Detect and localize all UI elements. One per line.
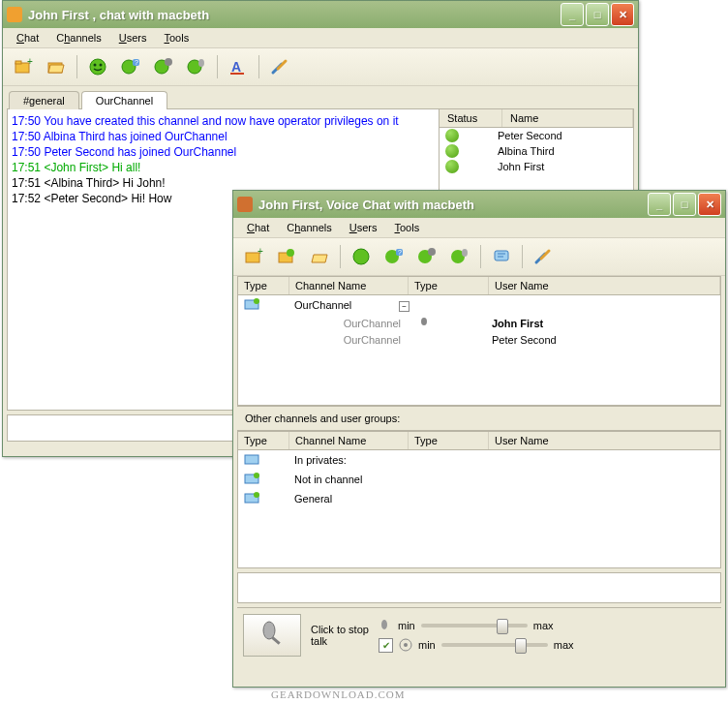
channel-tabs: #general OurChannel [3,90,638,108]
user-row[interactable]: OurChannel John First [238,315,720,332]
user-row[interactable]: Peter Second [440,128,633,143]
tb-settings[interactable] [529,242,558,271]
tb-message[interactable] [487,242,516,271]
tb-open-folder[interactable] [42,52,71,81]
talk-label: Click to stop talk [311,624,369,647]
menu-tools[interactable]: Tools [386,220,427,235]
status-icon [445,144,459,158]
input-slider[interactable] [421,624,528,627]
svg-point-24 [428,248,436,256]
svg-point-30 [421,318,427,325]
output-checkbox[interactable]: ✔ [379,638,393,653]
menu-chat[interactable]: Chat [9,30,46,46]
col-chname[interactable]: Channel Name [289,277,409,294]
group-name: Not in channel [288,473,368,486]
mic-bar: Click to stop talk min max ✔ min max [237,607,721,662]
tb-font[interactable]: A [224,52,253,81]
channel-tree: Type Channel Name Type User Name OurChan… [237,276,721,406]
svg-point-38 [381,620,387,629]
menu-channels[interactable]: Channels [48,30,109,46]
log-line: 17:51 <John First> Hi all! [12,160,435,175]
tb-new-folder[interactable]: + [9,52,38,81]
svg-point-35 [254,492,259,498]
minimize-button[interactable]: _ [561,3,584,26]
voice-log [237,572,721,603]
menu-users[interactable]: Users [342,220,385,235]
svg-point-26 [462,249,468,257]
svg-point-5 [94,64,97,67]
voice-chat-window: John First, Voice Chat with macbeth _ □ … [232,190,726,688]
col-uname[interactable]: User Name [489,432,720,449]
window-title: John First, Voice Chat with macbeth [258,198,648,212]
group-name: In privates: [288,453,352,467]
tb-user-add[interactable] [149,52,178,81]
menu-chat[interactable]: Chat [239,220,277,235]
channel-row[interactable]: OurChannel − [238,295,720,315]
user-row[interactable]: OurChannel Peter Second [238,332,720,348]
menubar: Chat Channels Users Tools [3,28,638,48]
user-row[interactable]: Albina Third [440,143,633,159]
menu-channels[interactable]: Channels [279,220,340,235]
user-name: Peter Second [498,130,562,141]
sub-channel: OurChannel [288,333,407,347]
col-type2[interactable]: Type [409,432,489,449]
tab-general[interactable]: #general [9,91,79,109]
toolbar: + ? [233,238,725,276]
watermark: GEARDOWNLOAD.COM [271,689,406,700]
close-button[interactable]: ✕ [611,3,634,26]
col-name[interactable]: Name [502,109,633,127]
user-row[interactable]: John First [440,159,633,174]
log-line: 17:51 <Albina Third> Hi John! [12,175,435,191]
col-status[interactable]: Status [440,109,502,127]
tb-user-green[interactable] [347,242,376,271]
tb-user-mic[interactable] [445,242,474,271]
svg-text:+: + [27,57,33,67]
col-type2[interactable]: Type [409,277,489,294]
app-icon [237,197,253,212]
titlebar[interactable]: John First , chat with macbeth _ □ ✕ [3,1,638,28]
channel-name: OurChannel [288,298,393,312]
tb-user-help[interactable]: ? [379,242,409,271]
other-channels-label: Other channels and user groups: [237,406,721,431]
status-icon [445,160,459,173]
tb-user-help[interactable]: ? [116,52,145,81]
talk-button[interactable] [243,614,301,657]
group-row[interactable]: Not in channel [238,470,720,489]
output-slider[interactable] [441,643,548,647]
svg-rect-1 [15,61,21,64]
mic-icon [418,317,430,328]
col-type[interactable]: Type [238,277,289,294]
status-icon [445,129,459,142]
tb-new-folder[interactable]: + [239,242,268,271]
menu-tools[interactable]: Tools [156,30,197,46]
group-row[interactable]: General [238,489,720,508]
tab-ourchannel[interactable]: OurChannel [81,91,167,109]
other-channels-tree: Type Channel Name Type User Name In priv… [237,431,721,568]
svg-text:?: ? [398,249,402,256]
group-row[interactable]: In privates: [238,450,720,470]
sub-channel: OurChannel [288,317,407,330]
col-uname[interactable]: User Name [489,277,720,294]
tb-user-gear[interactable] [412,242,441,271]
menu-users[interactable]: Users [111,30,155,46]
maximize-button[interactable]: □ [586,3,609,26]
close-button[interactable]: ✕ [698,193,721,216]
minimize-button[interactable]: _ [648,193,671,216]
svg-point-19 [353,249,369,264]
titlebar[interactable]: John First, Voice Chat with macbeth _ □ … [233,191,725,218]
collapse-toggle[interactable]: − [399,301,410,312]
microphone-icon [256,619,288,652]
tb-user-mic[interactable] [182,52,211,81]
input-volume: min max [379,619,574,632]
col-type[interactable]: Type [238,432,289,449]
channel-icon [244,297,261,311]
tb-open-folder[interactable] [305,242,334,271]
maximize-button[interactable]: □ [673,193,696,216]
menubar: Chat Channels Users Tools [233,218,725,238]
tb-user-green[interactable] [83,52,112,81]
tb-settings[interactable] [265,52,294,81]
user-name: Peter Second [486,333,562,347]
tb-folder-user[interactable] [272,242,301,271]
svg-point-18 [287,249,294,257]
col-chname[interactable]: Channel Name [289,432,409,449]
